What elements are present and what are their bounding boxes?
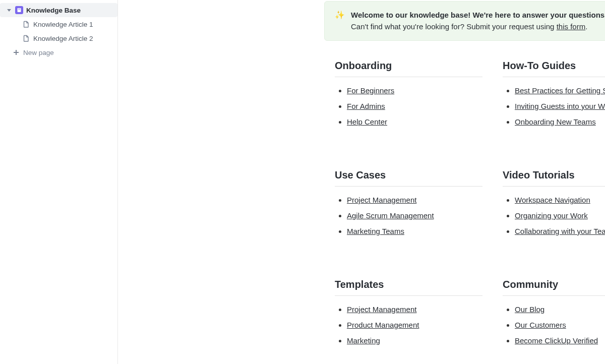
section-video: Video Tutorials Workspace Navigation Org… [503, 169, 605, 241]
list-item: Organizing your Work [515, 210, 605, 221]
list-item: Project Management [347, 195, 482, 205]
list-item: Product Management [347, 320, 482, 330]
svg-rect-0 [18, 8, 21, 12]
section-templates: Templates Project Management Product Man… [335, 279, 482, 351]
svg-rect-1 [18, 9, 20, 10]
document-icon [22, 34, 30, 42]
link[interactable]: Help Center [347, 117, 387, 126]
document-icon [22, 20, 30, 28]
sidebar-item-article-2[interactable]: Knowledge Article 2 [0, 31, 117, 45]
section-title: Templates [335, 279, 482, 296]
sparkle-icon: ✨ [335, 10, 345, 32]
caret-down-icon [6, 7, 12, 13]
main-content: ✨ Welcome to our knowledge base! We're h… [118, 0, 605, 364]
list-item: Workspace Navigation [515, 195, 605, 205]
list-item: For Admins [347, 101, 482, 111]
banner-suffix: . [585, 22, 587, 31]
link[interactable]: Agile Scrum Management [347, 211, 434, 220]
list-item: Project Management [347, 304, 482, 315]
link[interactable]: Product Management [347, 321, 419, 329]
knowledge-base-icon [15, 6, 23, 14]
link[interactable]: Our Blog [515, 305, 544, 314]
list-item: Help Center [347, 116, 482, 127]
link[interactable]: Inviting Guests into your Workspace [515, 102, 605, 110]
list-item: Onboarding New Teams [515, 116, 605, 127]
section-title: How-To Guides [503, 60, 605, 77]
list-item: Agile Scrum Management [347, 210, 482, 221]
link[interactable]: Organizing your Work [515, 211, 588, 220]
link[interactable]: Project Management [347, 196, 416, 204]
link[interactable]: Marketing [347, 336, 380, 345]
section-community: Community Our Blog Our Customers Become … [503, 279, 605, 351]
section-title: Onboarding [335, 60, 482, 77]
sidebar-new-page[interactable]: New page [0, 45, 117, 59]
section-title: Community [503, 279, 605, 296]
section-usecases: Use Cases Project Management Agile Scrum… [335, 169, 482, 241]
link[interactable]: Marketing Teams [347, 227, 404, 235]
section-onboarding: Onboarding For Beginners For Admins Help… [335, 60, 482, 132]
banner-text: Welcome to our knowledge base! We're her… [351, 10, 605, 32]
link[interactable]: For Admins [347, 102, 385, 110]
welcome-banner: ✨ Welcome to our knowledge base! We're h… [324, 1, 605, 41]
banner-form-link[interactable]: this form [557, 22, 586, 31]
sidebar-label: Knowledge Base [26, 7, 81, 14]
link[interactable]: Workspace Navigation [515, 196, 590, 204]
sidebar-item-knowledge-base[interactable]: Knowledge Base [0, 3, 117, 17]
sidebar: Knowledge Base Knowledge Article 1 Knowl… [0, 0, 118, 364]
link[interactable]: Best Practices for Getting Started [515, 86, 605, 95]
link[interactable]: Project Management [347, 305, 416, 314]
sidebar-label: New page [23, 49, 54, 56]
list-item: For Beginners [347, 85, 482, 96]
list-item: Marketing Teams [347, 226, 482, 236]
list-item: Marketing [347, 335, 482, 346]
banner-bold: Welcome to our knowledge base! We're her… [351, 11, 605, 19]
plus-icon [12, 48, 20, 56]
link[interactable]: Onboarding New Teams [515, 117, 596, 126]
list-item: Best Practices for Getting Started [515, 85, 605, 96]
sidebar-label: Knowledge Article 1 [33, 21, 93, 28]
section-title: Video Tutorials [503, 169, 605, 187]
link[interactable]: Our Customers [515, 321, 566, 329]
banner-plain: Can't find what you're looking for? Subm… [351, 22, 557, 31]
list-item: Our Blog [515, 304, 605, 315]
link[interactable]: Collaborating with your Team [515, 227, 605, 235]
list-item: Inviting Guests into your Workspace [515, 101, 605, 111]
link[interactable]: For Beginners [347, 86, 394, 95]
section-howto: How-To Guides Best Practices for Getting… [503, 60, 605, 132]
link[interactable]: Become ClickUp Verified [515, 336, 598, 345]
sidebar-item-article-1[interactable]: Knowledge Article 1 [0, 17, 117, 31]
list-item: Become ClickUp Verified [515, 335, 605, 346]
list-item: Collaborating with your Team [515, 226, 605, 236]
sidebar-label: Knowledge Article 2 [33, 35, 93, 42]
section-title: Use Cases [335, 169, 482, 187]
list-item: Our Customers [515, 320, 605, 330]
